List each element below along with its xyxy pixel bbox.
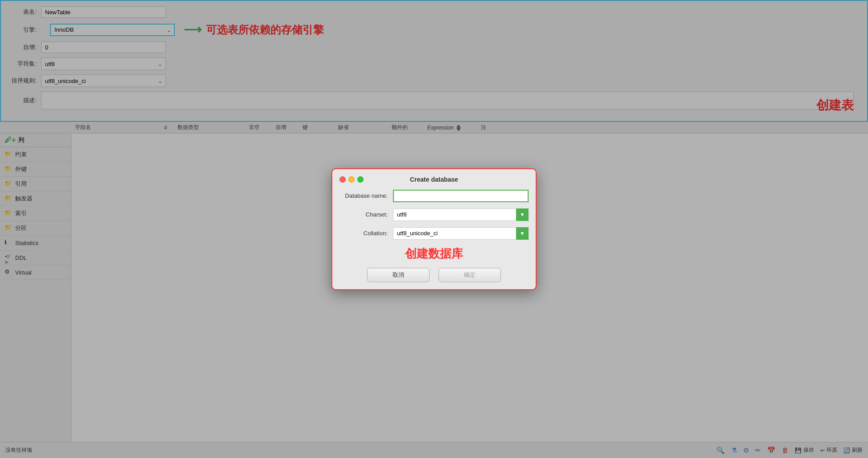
dialog-collation-row: Collation: utf8_unicode_ci utf8_general_… [339, 227, 529, 240]
dialog-buttons: 取消 确定 [339, 268, 529, 282]
dialog-charset-label: Charset: [339, 211, 393, 218]
dialog-charset-row: Charset: utf8 latin1 utf8mb4 ▼ [339, 208, 529, 221]
dialog-collation-label: Collation: [339, 230, 393, 237]
dialog-titlebar: Create database [339, 176, 529, 183]
dialog-collation-select[interactable]: utf8_unicode_ci utf8_general_ci [393, 227, 529, 240]
dialog-title: Create database [410, 176, 458, 183]
close-button[interactable] [339, 176, 346, 183]
confirm-button[interactable]: 确定 [438, 268, 501, 282]
dialog-overlay: Create database Database name: Charset: … [0, 0, 868, 458]
cancel-button[interactable]: 取消 [367, 268, 430, 282]
dialog-collation-select-wrapper: utf8_unicode_ci utf8_general_ci ▼ [393, 227, 529, 240]
maximize-button[interactable] [357, 176, 364, 183]
minimize-button[interactable] [348, 176, 355, 183]
create-db-annotation: 创建数据库 [339, 246, 529, 262]
dialog-charset-select-wrapper: utf8 latin1 utf8mb4 ▼ [393, 208, 529, 221]
window-controls [339, 176, 364, 183]
db-name-row: Database name: [339, 190, 529, 202]
db-name-input[interactable] [393, 190, 529, 202]
db-name-label: Database name: [339, 192, 393, 199]
create-database-dialog: Create database Database name: Charset: … [331, 168, 537, 290]
dialog-charset-select[interactable]: utf8 latin1 utf8mb4 [393, 208, 529, 221]
